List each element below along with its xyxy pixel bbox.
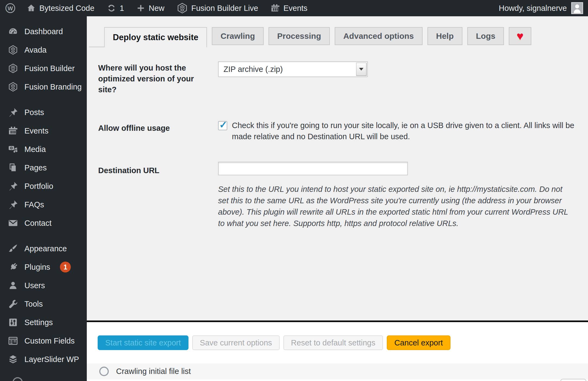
sidebar-item-label: Settings — [24, 318, 53, 327]
bottom-strip — [87, 379, 588, 381]
sidebar-item-label: Fusion Branding — [24, 82, 82, 91]
howdy-account-link[interactable]: Howdy, signalnerve — [499, 4, 567, 13]
fusion-builder-live-label: Fusion Builder Live — [191, 4, 258, 13]
reset-defaults-button[interactable]: Reset to default settings — [283, 335, 383, 350]
sidebar-group-top: Dashboard Avada Fusion Builder Fusion Br… — [0, 22, 87, 96]
sidebar-item-label: Custom Fields — [24, 336, 75, 345]
host-destination-row: Where will you host the optimized versio… — [98, 61, 368, 95]
sidebar-item-dashboard[interactable]: Dashboard — [0, 22, 87, 41]
pin-icon — [8, 181, 18, 191]
wordpress-logo-menu[interactable] — [5, 3, 16, 14]
destination-url-input[interactable] — [218, 162, 408, 175]
admin-bar-right: Howdy, signalnerve — [499, 2, 583, 14]
cancel-export-button[interactable]: Cancel export — [387, 335, 450, 350]
home-icon — [27, 4, 36, 13]
wordpress-admin-screen: Bytesized Code 1 New Fusion Builder Live… — [0, 0, 588, 381]
deployment-method-select[interactable]: ZIP archive (.zip) — [218, 61, 368, 77]
avada-hexagon-icon — [8, 45, 18, 55]
destination-url-label: Destination URL — [98, 162, 218, 229]
tab-processing[interactable]: Processing — [269, 27, 330, 45]
sidebar-item-pages[interactable]: Pages — [0, 158, 87, 177]
tab-deploy-static-website[interactable]: Deploy static website — [104, 27, 207, 47]
fusion-builder-live-menu[interactable]: Fusion Builder Live — [177, 3, 258, 14]
sidebar-item-faqs[interactable]: FAQs — [0, 195, 87, 214]
offline-usage-checkbox[interactable] — [218, 121, 227, 130]
sidebar-item-label: Avada — [24, 46, 47, 55]
pages-icon — [8, 163, 18, 173]
select-dropdown-button[interactable] — [356, 63, 366, 76]
layers-icon — [8, 354, 18, 364]
action-buttons-bar: Start static site export Save current op… — [87, 322, 588, 363]
pin-icon — [8, 200, 18, 209]
events-admin-menu[interactable]: Events — [271, 4, 308, 13]
sidebar-item-label: LayerSlider WP — [24, 355, 79, 364]
calendar-icon — [8, 126, 18, 136]
progress-status-circle — [99, 367, 109, 376]
grid-table-icon — [8, 336, 18, 346]
sidebar-item-posts[interactable]: Posts — [0, 103, 87, 122]
new-label: New — [149, 4, 164, 13]
plus-icon — [136, 4, 145, 12]
tab-logs[interactable]: Logs — [467, 27, 504, 45]
sidebar-item-settings[interactable]: Settings — [0, 313, 87, 332]
deployment-method-value: ZIP archive (.zip) — [223, 65, 283, 74]
sidebar-item-events[interactable]: Events — [0, 122, 87, 140]
tab-baseline-stub — [89, 47, 104, 47]
sliders-icon — [8, 318, 18, 327]
updates-refresh-icon — [107, 4, 116, 13]
tab-help[interactable]: Help — [427, 27, 462, 45]
tab-advanced-options[interactable]: Advanced options — [335, 27, 423, 45]
sidebar-item-avada[interactable]: Avada — [0, 41, 87, 59]
sidebar-item-label: Contact — [24, 219, 52, 228]
sidebar-item-label: Events — [24, 126, 49, 135]
fusion-builder-hexagon-icon — [8, 63, 18, 73]
sidebar-next-item-icon-partial — [12, 377, 23, 381]
sidebar-group-content: Posts Events Media Pages Portfolio FAQs — [0, 103, 87, 232]
host-question-label: Where will you host the optimized versio… — [98, 61, 218, 95]
sidebar-item-label: Portfolio — [24, 182, 53, 191]
sidebar-item-label: Fusion Builder — [24, 64, 75, 73]
pin-icon — [8, 107, 18, 117]
user-icon — [8, 281, 18, 290]
avatar[interactable] — [571, 2, 583, 14]
destination-url-help-text: Set this to the URL you intend to host y… — [218, 183, 571, 229]
sidebar-item-fusion-branding[interactable]: Fusion Branding — [0, 78, 87, 96]
plug-icon — [8, 262, 18, 272]
site-name: Bytesized Code — [39, 4, 94, 13]
new-content-menu[interactable]: New — [136, 4, 164, 13]
sidebar-item-media[interactable]: Media — [0, 140, 87, 158]
brush-icon — [8, 244, 18, 253]
progress-status-label: Crawling initial file list — [116, 367, 191, 376]
updates-menu[interactable]: 1 — [107, 4, 124, 13]
events-label: Events — [283, 4, 308, 13]
wrench-icon — [8, 299, 18, 309]
start-export-button[interactable]: Start static site export — [98, 335, 188, 350]
bottom-right-partial-element — [560, 379, 586, 381]
media-camera-icon — [8, 144, 18, 154]
sidebar-item-label: Dashboard — [24, 27, 63, 36]
sidebar-item-fusion-builder[interactable]: Fusion Builder — [0, 59, 87, 78]
sidebar-item-custom-fields[interactable]: Custom Fields — [0, 332, 87, 350]
export-progress-row: Crawling initial file list — [87, 363, 588, 379]
sidebar-item-label: Tools — [24, 300, 43, 309]
sidebar-item-layerslider-wp[interactable]: LayerSlider WP — [0, 350, 87, 369]
tab-donate[interactable]: ♥ — [509, 27, 531, 45]
sidebar-item-users[interactable]: Users — [0, 276, 87, 295]
sidebar-item-contact[interactable]: Contact — [0, 214, 87, 232]
offline-usage-row: Allow offline usage Check this if you're… — [98, 120, 576, 142]
sidebar-item-plugins[interactable]: Plugins 1 — [0, 258, 87, 276]
sidebar-item-label: Plugins — [24, 263, 50, 272]
wordpress-logo-icon — [5, 3, 16, 14]
fusion-hexagon-icon — [177, 3, 188, 14]
sidebar-item-tools[interactable]: Tools — [0, 295, 87, 313]
tab-crawling[interactable]: Crawling — [212, 27, 264, 45]
sidebar-item-portfolio[interactable]: Portfolio — [0, 177, 87, 195]
destination-url-row: Destination URL Set this to the URL you … — [98, 162, 571, 229]
site-menu[interactable]: Bytesized Code — [27, 4, 94, 13]
heart-icon: ♥ — [516, 30, 523, 42]
sidebar-item-label: Media — [24, 145, 46, 154]
offline-usage-label: Allow offline usage — [98, 120, 218, 142]
sidebar-item-label: Pages — [24, 163, 47, 172]
save-options-button[interactable]: Save current options — [192, 335, 280, 350]
sidebar-item-appearance[interactable]: Appearance — [0, 239, 87, 258]
